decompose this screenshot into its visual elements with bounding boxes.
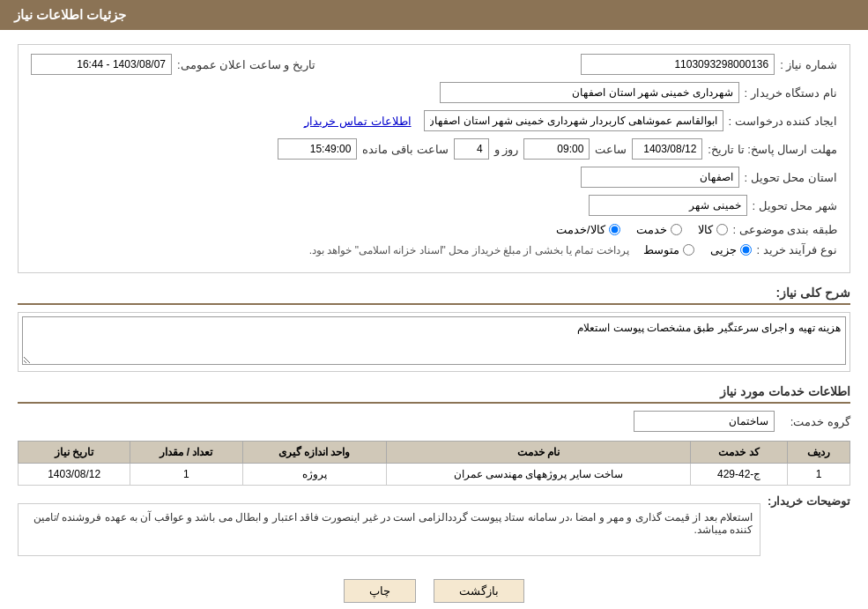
service-group-row: گروه خدمت: [18, 411, 850, 432]
buyer-org-input[interactable] [440, 82, 739, 103]
announce-date-input[interactable] [31, 54, 172, 75]
need-desc-textarea[interactable]: هزینه تهیه و اجرای سرعتگیر طبق مشخصات پی… [22, 316, 846, 365]
reply-days-label: روز و [494, 143, 519, 156]
cell-code: ج-42-429 [691, 464, 788, 486]
category-kala-service-item[interactable]: کالا/خدمت [556, 223, 620, 236]
reply-days-input[interactable] [454, 138, 489, 160]
category-service-item[interactable]: خدمت [636, 223, 682, 236]
category-radio-group: کالا خدمت کالا/خدمت [556, 223, 728, 236]
cell-unit: پروژه [242, 464, 386, 486]
reply-deadline-label: مهلت ارسال پاسخ: تا تاریخ: [708, 143, 837, 156]
process-motavasset-label: متوسط [643, 243, 679, 256]
category-kala-service-label: کالا/خدمت [556, 223, 605, 236]
process-motavasset-item[interactable]: متوسط [643, 243, 694, 256]
contact-link[interactable]: اطلاعات تماس خریدار [304, 115, 411, 128]
reply-remaining-input[interactable] [278, 138, 357, 160]
announce-date-label: تاریخ و ساعت اعلان عمومی: [177, 58, 315, 71]
col-header-row: ردیف [787, 442, 849, 464]
col-header-date: تاریخ نیاز [19, 442, 130, 464]
category-kala-label: کالا [698, 223, 713, 236]
process-jozii-item[interactable]: جزیی [710, 243, 752, 256]
table-row: 1 ج-42-429 ساخت سایر پروژههای مهندسی عمر… [19, 464, 850, 486]
service-group-label: گروه خدمت: [780, 415, 850, 428]
cell-count: 1 [130, 464, 242, 486]
process-description: پرداخت تمام یا بخشی از مبلغ خریداز محل "… [309, 244, 629, 256]
process-jozii-label: جزیی [710, 243, 737, 256]
row-buyer-org: نام دستگاه خریدار : [31, 82, 837, 103]
category-service-label: خدمت [636, 223, 667, 236]
province-input[interactable] [581, 167, 739, 188]
buyer-notes-content: استعلام بعد از قیمت گذاری و مهر و امضا ،… [18, 503, 760, 556]
service-info-title: اطلاعات خدمات مورد نیاز [18, 384, 850, 404]
buyer-org-label: نام دستگاه خریدار : [745, 86, 837, 100]
process-label: نوع فرآیند خرید : [757, 243, 837, 256]
action-buttons: بازگشت چاپ [18, 579, 850, 603]
city-label: شهر محل تحویل : [753, 199, 837, 212]
category-kala-radio[interactable] [716, 224, 728, 235]
back-button[interactable]: بازگشت [434, 579, 524, 603]
process-jozii-radio[interactable] [740, 244, 752, 256]
row-category: طبقه بندی موضوعی : کالا خدمت کالا/خدمت [31, 223, 837, 236]
row-reply-deadline: مهلت ارسال پاسخ: تا تاریخ: ساعت روز و سا… [31, 138, 837, 160]
category-kala-service-radio[interactable] [609, 224, 620, 235]
col-header-unit: واحد اندازه گیری [242, 442, 386, 464]
service-group-input[interactable] [634, 411, 775, 432]
category-service-radio[interactable] [671, 224, 682, 235]
process-radio-group: جزیی متوسط [643, 243, 752, 256]
need-number-label: شماره نیاز : [780, 58, 837, 71]
need-desc-title: شرح کلی نیاز: [18, 286, 850, 305]
cell-name: ساخت سایر پروژههای مهندسی عمران [386, 464, 691, 486]
col-header-count: تعداد / مقدار [130, 442, 242, 464]
reply-time-label: ساعت [595, 143, 627, 156]
cell-row: 1 [787, 464, 849, 486]
buyer-notes-section: توضیحات خریدار: استعلام بعد از قیمت گذار… [18, 494, 850, 565]
cell-date: 1403/08/12 [19, 464, 130, 486]
print-button[interactable]: چاپ [344, 579, 416, 603]
col-header-name: نام خدمت [386, 442, 691, 464]
page-header: جزئیات اطلاعات نیاز [0, 0, 868, 30]
city-input[interactable] [589, 195, 747, 216]
need-number-input[interactable] [581, 54, 775, 75]
need-desc-section: شرح کلی نیاز: هزینه تهیه و اجرای سرعتگیر… [18, 286, 850, 372]
reply-time-input[interactable] [523, 138, 590, 160]
row-city: شهر محل تحویل : [31, 195, 837, 216]
row-need-number: شماره نیاز : تاریخ و ساعت اعلان عمومی: [31, 54, 837, 75]
process-motavasset-radio[interactable] [683, 244, 694, 256]
creator-label: ایجاد کننده درخواست : [729, 115, 837, 128]
province-label: استان محل تحویل : [745, 171, 837, 184]
reply-date-input[interactable] [632, 138, 702, 160]
category-kala-item[interactable]: کالا [698, 223, 728, 236]
row-creator: ایجاد کننده درخواست : اطلاعات تماس خریدا… [31, 110, 837, 131]
row-province: استان محل تحویل : [31, 167, 837, 188]
page-title: جزئیات اطلاعات نیاز [14, 7, 126, 22]
creator-input[interactable] [424, 110, 723, 131]
main-form: شماره نیاز : تاریخ و ساعت اعلان عمومی: ن… [18, 44, 850, 273]
row-process: نوع فرآیند خرید : جزیی متوسط پرداخت تمام… [31, 243, 837, 256]
category-label: طبقه بندی موضوعی : [733, 223, 837, 236]
reply-remaining-label: ساعت باقی مانده [362, 143, 448, 156]
buyer-notes-label: توضیحات خریدار: [768, 494, 850, 565]
services-table: ردیف کد خدمت نام خدمت واحد اندازه گیری ت… [18, 441, 850, 486]
col-header-code: کد خدمت [691, 442, 788, 464]
